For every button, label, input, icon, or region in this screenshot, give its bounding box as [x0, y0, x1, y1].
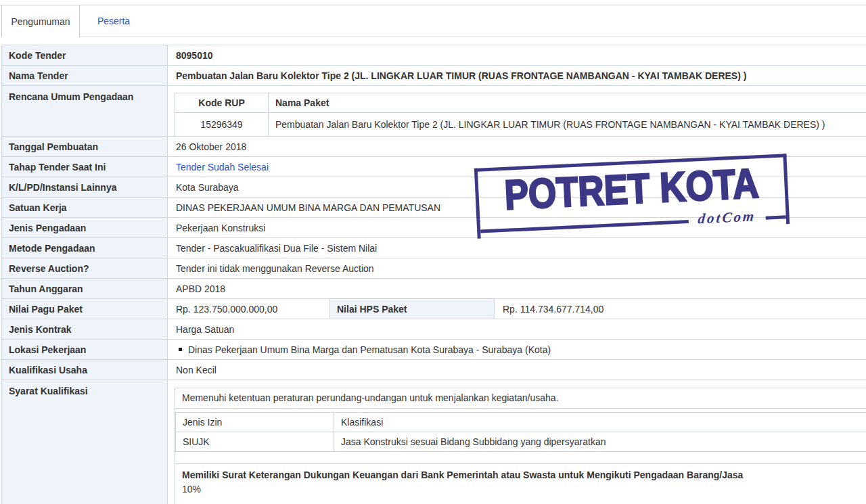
row-label-jenis-kontrak: Jenis Kontrak [2, 319, 168, 339]
row-value-satuan-kerja: DINAS PEKERJAAN UMUM BINA MARGA DAN PEMA… [168, 198, 866, 217]
rup-header-nama: Nama Paket [269, 93, 866, 113]
row-value-nilai-pagu: Rp. 123.750.000.000,00 [168, 299, 330, 319]
row-label-kualifikasi-usaha: Kualifikasi Usaha [2, 360, 168, 380]
row-value-tahun-anggaran: APBD 2018 [168, 279, 866, 298]
izin-header-klasifikasi: Klasifikasi [334, 413, 866, 432]
table-row: Nama Tender Pembuatan Jalan Baru Kolekto… [2, 66, 866, 86]
row-label-reverse-auction: Reverse Auction? [2, 258, 168, 278]
row-value-nama-tender: Pembuatan Jalan Baru Kolektor Tipe 2 (JL… [168, 66, 866, 85]
row-value-metode: Tender - Pascakualifikasi Dua File - Sis… [168, 238, 866, 258]
tab-bar: Pengumuman Peserta [0, 0, 866, 45]
rup-table: Kode RUP Nama Paket 15296349 Pembuatan J… [175, 93, 866, 136]
syarat-item-dukungan-bank: Memiliki Surat Keterangan Dukungan Keuan… [175, 463, 866, 504]
row-value-lokasi: Dinas Pekerjaan Umum Bina Marga dan Pema… [168, 340, 866, 359]
row-label-syarat: Syarat Kualifikasi [2, 380, 168, 504]
row-label-tahap: Tahap Tender Saat Ini [2, 157, 168, 177]
row-label-jenis-pengadaan: Jenis Pengadaan [2, 218, 168, 237]
rup-cell-nama: Pembuatan Jalan Baru Kolektor Tipe 2 (JL… [269, 113, 866, 137]
table-row: K/L/PD/Instansi Lainnya Kota Surabaya [2, 177, 866, 198]
row-value-tanggal: 26 Oktober 2018 [168, 137, 866, 156]
tender-detail-table: Kode Tender 8095010 Nama Tender Pembuata… [1, 45, 866, 504]
row-value-jenis-kontrak: Harga Satuan [168, 319, 866, 339]
row-value-syarat: Memenuhi ketentuan peraturan perundang-u… [168, 380, 866, 504]
table-row: Satuan Kerja DINAS PEKERJAAN UMUM BINA M… [2, 198, 866, 218]
tab-bottom-divider [80, 37, 866, 37]
table-row: Tahun Anggaran APBD 2018 [2, 279, 866, 299]
row-value-jenis-pengadaan: Pekerjaan Konstruksi [168, 218, 866, 237]
izin-header-jenis: Jenis Izin [176, 413, 334, 432]
table-row: Syarat Kualifikasi Memenuhi ketentuan pe… [2, 380, 866, 504]
row-label-instansi: K/L/PD/Instansi Lainnya [2, 177, 168, 197]
table-row: Tahap Tender Saat Ini Tender Sudah Seles… [2, 157, 866, 177]
row-value-kualifikasi-usaha: Non Kecil [168, 360, 866, 380]
row-value-nilai-hps: Rp. 114.734.677.714,00 [495, 299, 866, 319]
row-label-rup: Rencana Umum Pengadaan [2, 86, 168, 136]
syarat-dukungan-title: Memiliki Surat Keterangan Dukungan Keuan… [182, 469, 864, 480]
rup-cell-kode: 15296349 [175, 113, 269, 137]
izin-table: Jenis Izin Klasifikasi SIUJK Jasa Konstr… [175, 412, 866, 452]
lokasi-text: Dinas Pekerjaan Umum Bina Marga dan Pema… [188, 344, 551, 355]
table-row: Tanggal Pembuatan 26 Oktober 2018 [2, 137, 866, 157]
table-row: Metode Pengadaan Tender - Pascakualifika… [2, 238, 866, 258]
rup-header-kode: Kode RUP [175, 93, 269, 113]
row-label-nama-tender: Nama Tender [2, 66, 168, 85]
row-value-kode-tender: 8095010 [168, 45, 866, 65]
table-row: Nilai Pagu Paket Rp. 123.750.000.000,00 … [2, 299, 866, 319]
syarat-dukungan-value: 10% [182, 484, 864, 495]
row-label-lokasi: Lokasi Pekerjaan [2, 340, 168, 359]
table-row: Jenis Pengadaan Pekerjaan Konstruksi [2, 218, 866, 238]
table-row: Rencana Umum Pengadaan Kode RUP Nama Pak… [2, 86, 866, 137]
izin-cell-klasifikasi: Jasa Konstruksi sesuai Bidang Subbidang … [334, 432, 866, 452]
row-label-metode: Metode Pengadaan [2, 238, 168, 258]
row-label-nilai-hps: Nilai HPS Paket [330, 299, 495, 319]
tab-peserta[interactable]: Peserta [80, 5, 147, 37]
row-value-instansi: Kota Surabaya [168, 177, 866, 197]
row-label-nilai-pagu: Nilai Pagu Paket [2, 299, 168, 319]
izin-cell-siujk: SIUJK [176, 432, 334, 452]
syarat-item-perundang: Memenuhi ketentuan peraturan perundang-u… [175, 388, 866, 409]
square-bullet-icon [179, 348, 182, 351]
table-row: Jenis Kontrak Harga Satuan [2, 319, 866, 340]
row-label-satuan-kerja: Satuan Kerja [2, 198, 168, 217]
row-value-reverse-auction: Tender ini tidak menggunakan Reverse Auc… [168, 258, 866, 278]
table-row: Lokasi Pekerjaan Dinas Pekerjaan Umum Bi… [2, 340, 866, 360]
table-row: Reverse Auction? Tender ini tidak menggu… [2, 258, 866, 279]
syarat-container: Memenuhi ketentuan peraturan perundang-u… [175, 388, 866, 504]
tab-pengumuman[interactable]: Pengumuman [1, 5, 80, 37]
row-label-tanggal: Tanggal Pembuatan [2, 137, 168, 156]
row-label-kode-tender: Kode Tender [2, 45, 168, 65]
row-value-rup: Kode RUP Nama Paket 15296349 Pembuatan J… [168, 86, 866, 136]
row-label-tahun-anggaran: Tahun Anggaran [2, 279, 168, 298]
tahap-tender-link[interactable]: Tender Sudah Selesai [176, 162, 269, 173]
table-row: Kualifikasi Usaha Non Kecil [2, 360, 866, 380]
table-row: Kode Tender 8095010 [2, 45, 866, 66]
